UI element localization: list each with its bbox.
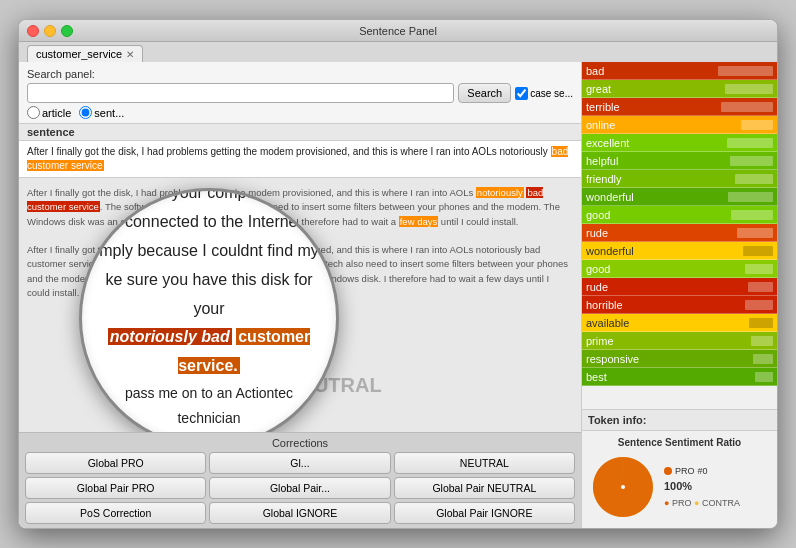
list-item-rude[interactable]: rude xyxy=(582,224,777,242)
search-label: Search panel: xyxy=(27,68,573,80)
word-excellent: excellent xyxy=(586,137,727,149)
list-item-good[interactable]: good xyxy=(582,206,777,224)
word-wonderful: wonderful xyxy=(586,191,728,203)
bar-good2 xyxy=(745,264,773,274)
magnifier-circle: and your computer. g connected to the In… xyxy=(79,188,339,432)
sentence-column-header: sentence xyxy=(19,124,581,141)
legend-contra: ● PRO ● CONTRA xyxy=(664,498,740,508)
global-pair-pro-button[interactable]: Global Pair PRO xyxy=(25,477,206,499)
list-item-wonderful2[interactable]: wonderful xyxy=(582,242,777,260)
global-pair-neutral-button[interactable]: Global Pair NEUTRAL xyxy=(394,477,575,499)
list-item-online[interactable]: online xyxy=(582,116,777,134)
word-wonderful2: wonderful xyxy=(586,245,743,257)
neutral-button[interactable]: NEUTRAL xyxy=(394,452,575,474)
tab-label: customer_service xyxy=(36,48,122,60)
sentence-text-row: After I finally got the disk, I had prob… xyxy=(19,141,581,178)
search-button[interactable]: Search xyxy=(458,83,511,103)
magnifier-highlight-line: notoriously bad customer service. xyxy=(92,323,326,381)
word-responsive: responsive xyxy=(586,353,753,365)
left-panel: Search panel: Search case se... article xyxy=(19,62,582,528)
word-available: available xyxy=(586,317,749,329)
list-item-rude2[interactable]: rude xyxy=(582,278,777,296)
global-pair-middle-button[interactable]: Global Pair... xyxy=(209,477,390,499)
bar-friendly xyxy=(735,174,773,184)
global-pair-ignore-button[interactable]: Global Pair IGNORE xyxy=(394,502,575,524)
search-row: Search case se... xyxy=(27,83,573,103)
tab-close-icon[interactable]: ✕ xyxy=(126,49,134,60)
main-content: Search panel: Search case se... article xyxy=(19,62,777,528)
bar-available xyxy=(749,318,773,328)
list-item-best[interactable]: best xyxy=(582,368,777,386)
bar-rude2 xyxy=(748,282,773,292)
list-item-great[interactable]: great xyxy=(582,80,777,98)
sentence-option[interactable]: sent... xyxy=(79,106,124,119)
list-item-wonderful[interactable]: wonderful xyxy=(582,188,777,206)
close-button[interactable] xyxy=(27,25,39,37)
pie-legend: PRO #0 100% ● PRO ● CONTRA xyxy=(664,466,740,508)
list-item-prime[interactable]: prime xyxy=(582,332,777,350)
corrections-label: Corrections xyxy=(25,437,575,449)
article-option[interactable]: article xyxy=(27,106,71,119)
global-pro-button[interactable]: Global PRO xyxy=(25,452,206,474)
search-input[interactable] xyxy=(27,83,454,103)
magnifier-line3: mply because I couldnt find my xyxy=(92,237,326,266)
pie-chart xyxy=(588,452,658,522)
list-item-bad[interactable]: bad xyxy=(582,62,777,80)
list-item-terrible[interactable]: terrible xyxy=(582,98,777,116)
search-options: article sent... xyxy=(27,106,573,119)
maximize-button[interactable] xyxy=(61,25,73,37)
pro-percent: 100% xyxy=(664,480,740,492)
list-item-available[interactable]: available xyxy=(582,314,777,332)
bar-wonderful2 xyxy=(743,246,773,256)
sentence-label: sent... xyxy=(94,107,124,119)
global-ignore-button[interactable]: Global IGNORE xyxy=(209,502,390,524)
magnified-area: After I finally got the disk, I had prob… xyxy=(19,178,581,432)
bar-wonderful xyxy=(728,192,773,202)
word-online: online xyxy=(586,119,741,131)
bar-online xyxy=(741,120,773,130)
word-bad: bad xyxy=(586,65,718,77)
search-area: Search panel: Search case se... article xyxy=(19,62,581,124)
pos-correction-button[interactable]: PoS Correction xyxy=(25,502,206,524)
bar-bad xyxy=(718,66,773,76)
token-info-label: Token info: xyxy=(582,409,777,431)
case-sensitive-option[interactable]: case se... xyxy=(515,87,573,100)
list-item-friendly[interactable]: friendly xyxy=(582,170,777,188)
word-list: bad great terrible online excellent xyxy=(582,62,777,409)
button-grid: Global PRO Gl... NEUTRAL Global Pair PRO… xyxy=(25,452,575,524)
bar-excellent xyxy=(727,138,773,148)
global-button-middle[interactable]: Gl... xyxy=(209,452,390,474)
word-rude2: rude xyxy=(586,281,748,293)
right-panel: bad great terrible online excellent xyxy=(582,62,777,528)
tab-customer-service[interactable]: customer_service ✕ xyxy=(27,45,143,62)
word-helpful: helpful xyxy=(586,155,730,167)
main-window: Sentence Panel customer_service ✕ Search… xyxy=(18,19,778,529)
svg-point-1 xyxy=(621,485,625,489)
window-title: Sentence Panel xyxy=(359,25,437,37)
word-terrible: terrible xyxy=(586,101,721,113)
list-item-responsive[interactable]: responsive xyxy=(582,350,777,368)
traffic-lights xyxy=(27,25,73,37)
list-item-helpful[interactable]: helpful xyxy=(582,152,777,170)
magnifier-line4: ke sure you have this disk for your xyxy=(92,266,326,324)
word-friendly: friendly xyxy=(586,173,735,185)
bg-highlight-notoriously: notoriously xyxy=(476,187,524,198)
sentiment-section: Sentence Sentiment Ratio PRO xyxy=(582,431,777,528)
bar-terrible xyxy=(721,102,773,112)
word-great: great xyxy=(586,83,725,95)
bar-great xyxy=(725,84,773,94)
bar-prime xyxy=(751,336,773,346)
list-item-horrible[interactable]: horrible xyxy=(582,296,777,314)
sentence-text-content: After I finally got the disk, I had prob… xyxy=(27,146,551,157)
minimize-button[interactable] xyxy=(44,25,56,37)
bg-highlight-few-days: few days xyxy=(399,216,439,227)
bar-good xyxy=(731,210,773,220)
bar-responsive xyxy=(753,354,773,364)
bar-helpful xyxy=(730,156,773,166)
list-item-excellent[interactable]: excellent xyxy=(582,134,777,152)
article-label: article xyxy=(42,107,71,119)
bar-rude xyxy=(737,228,773,238)
word-horrible: horrible xyxy=(586,299,745,311)
list-item-good2[interactable]: good xyxy=(582,260,777,278)
word-rude: rude xyxy=(586,227,737,239)
